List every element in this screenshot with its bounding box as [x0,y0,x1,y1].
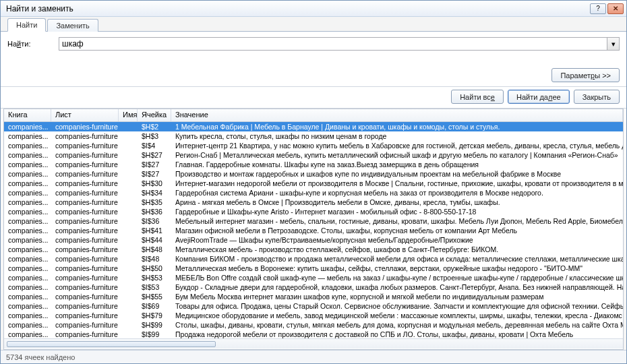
table-row[interactable]: companies...companies-furniture$H$48Мета… [4,245,623,254]
cell-value: Медицинское оборудование и мебель, завод… [171,311,623,320]
table-row[interactable]: companies...companies-furniture$H$35Арин… [4,198,623,207]
table-row[interactable]: companies...companies-furniture$H$34Гард… [4,188,623,198]
help-button[interactable]: ? [590,3,606,14]
cell-sheet: companies-furniture [51,189,119,197]
search-history-dropdown[interactable]: ▾ [607,37,620,51]
status-text: 5734 ячеек найдено [6,353,75,361]
table-row[interactable]: companies...companies-furniture$H$27Реги… [4,150,623,160]
cell-sheet: companies-furniture [51,274,119,282]
cell-value: Гардеробные и Шкафы-купе Aristo - Интерн… [171,208,623,216]
cell-ref: $H$36 [138,208,171,216]
table-row[interactable]: companies...companies-furniture$H$3Купит… [4,131,623,141]
find-label: Найти: [7,40,48,48]
col-sheet[interactable]: Лист [51,109,119,121]
cell-sheet: companies-furniture [51,245,119,253]
close-button[interactable]: Закрыть [574,90,620,104]
scrollbar-thumb[interactable] [7,341,216,347]
cell-book: companies... [4,189,51,197]
col-value[interactable]: Значение [171,109,623,121]
table-row[interactable]: companies...companies-furniture$I$27Глав… [4,160,623,169]
cell-book: companies... [4,123,51,131]
find-next-button[interactable]: Найти далее [508,90,570,104]
table-row[interactable]: companies...companies-furniture$H$21 Меб… [4,122,623,131]
cell-value: AvejiRoomTrade — Шкафы купе/Встраиваемые… [171,236,623,244]
find-replace-dialog: Найти и заменить ? ✕ Найти Заменить Найт… [0,0,627,364]
table-row[interactable]: companies...companies-furniture$H$53МЕБЕ… [4,273,623,282]
cell-ref: $H$27 [138,151,171,159]
cell-ref: $I$48 [138,255,171,263]
table-row[interactable]: companies...companies-furniture$H$36Гард… [4,207,623,216]
cell-value: Мебельный интернет магазин - мебель, спа… [171,217,623,225]
cell-value: Столы, шкафы, диваны, кровати, стулья, м… [171,321,623,329]
cell-sheet: companies-furniture [51,151,119,159]
grid-body[interactable]: companies...companies-furniture$H$21 Меб… [4,122,623,349]
table-row[interactable]: companies...companies-furniture$H$50Мета… [4,264,623,273]
tab-find[interactable]: Найти [7,18,46,32]
table-row[interactable]: companies...companies-furniture$H$44Avej… [4,235,623,245]
tabstrip: Найти Заменить [1,17,626,32]
cell-sheet: companies-furniture [51,330,119,338]
table-row[interactable]: companies...companies-furniture$H$41Мага… [4,226,623,235]
table-row[interactable]: companies...companies-furniture$H$30Инте… [4,179,623,188]
cell-value: Главная. Гардеробные комнаты. Шкафы купе… [171,160,623,169]
cell-sheet: companies-furniture [51,160,119,169]
table-row[interactable]: companies...companies-furniture$I$69Това… [4,301,623,311]
cell-value: Металлическая мебель - производство стел… [171,245,623,253]
cell-value: Букдор - Складные двери для гардеробной,… [171,283,623,291]
cell-ref: $H$35 [138,198,171,206]
cell-ref: $I$27 [138,160,171,169]
cell-value: 1 Мебельная Фабрика | Мебель в Барнауле … [171,123,623,131]
cell-sheet: companies-furniture [51,170,119,178]
tab-replace[interactable]: Заменить [47,19,98,32]
table-row[interactable]: companies...companies-furniture$I$99Прод… [4,330,623,339]
table-row[interactable]: companies...companies-furniture$I$53Букд… [4,282,623,292]
table-row[interactable]: companies...companies-furniture$H$79Меди… [4,311,623,320]
options-button[interactable]: Параметры >> [551,68,620,82]
col-cell[interactable]: Ячейка [138,109,171,121]
cell-book: companies... [4,255,51,263]
cell-value: Регион-Снаб | Металлическая мебель, купи… [171,151,623,159]
cell-sheet: companies-furniture [51,208,119,216]
cell-book: companies... [4,236,51,244]
cell-sheet: companies-furniture [51,142,119,150]
close-window-button[interactable]: ✕ [607,3,624,14]
cell-value: Купить кресла, столы, стулья, шкафы по н… [171,132,623,140]
cell-book: companies... [4,302,51,310]
cell-sheet: companies-furniture [51,123,119,131]
cell-ref: $I$27 [138,170,171,178]
tab-replace-label: Заменить [56,22,89,30]
cell-book: companies... [4,274,51,282]
action-row: Найти все Найти далее Закрыть [1,87,626,109]
table-row[interactable]: companies...companies-furniture$H$107Гар… [4,348,623,349]
search-row: Найти: ▾ [7,37,620,51]
table-row[interactable]: companies...companies-furniture$H$55Бум … [4,292,623,301]
cell-book: companies... [4,321,51,329]
titlebar: Найти и заменить ? ✕ [1,1,626,17]
cell-ref: $H$53 [138,274,171,282]
table-row[interactable]: companies...companies-furniture$I$48Комп… [4,254,623,264]
cell-value: Продажа недорогой мебели от производител… [171,330,623,338]
cell-sheet: companies-furniture [51,302,119,310]
find-all-button[interactable]: Найти все [451,90,504,104]
cell-book: companies... [4,132,51,140]
cell-ref: $I$53 [138,283,171,291]
table-row[interactable]: companies...companies-furniture$I$4Интер… [4,141,623,150]
cell-ref: $I$99 [138,330,171,338]
cell-book: companies... [4,198,51,206]
table-row[interactable]: companies...companies-furniture$I$36Мебе… [4,216,623,226]
cell-book: companies... [4,160,51,169]
col-book[interactable]: Книга [4,109,51,121]
search-input[interactable] [59,37,607,51]
table-row[interactable]: companies...companies-furniture$I$27Прои… [4,169,623,179]
cell-book: companies... [4,208,51,216]
col-name[interactable]: Имя [119,109,138,121]
horizontal-scrollbar[interactable] [4,338,623,348]
cell-book: companies... [4,170,51,178]
cell-sheet: companies-furniture [51,226,119,235]
cell-value: Интернет-центр 21 Квартира, у нас можно … [171,142,623,150]
cell-book: companies... [4,217,51,225]
table-row[interactable]: companies...companies-furniture$H$99Стол… [4,320,623,330]
params-row: Параметры >> [7,68,620,82]
cell-ref: $H$34 [138,189,171,197]
window-title: Найти и заменить [6,4,73,13]
